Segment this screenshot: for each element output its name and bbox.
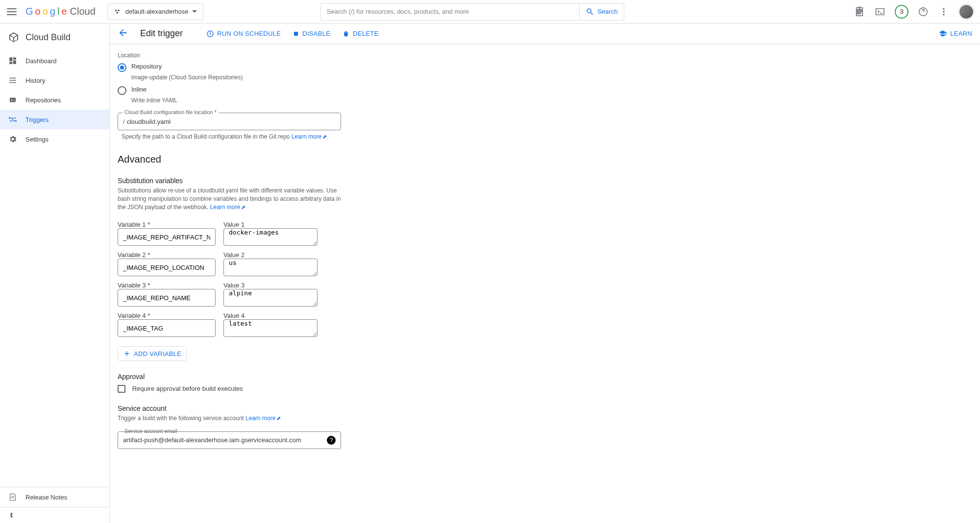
chevron-down-icon <box>192 10 197 13</box>
svg-point-2 <box>116 12 118 13</box>
release-notes-link[interactable]: Release Notes <box>0 487 109 507</box>
variable-value-label: Value 1 <box>223 221 318 228</box>
settings-icon <box>8 134 18 144</box>
variable-name-input[interactable] <box>118 228 216 246</box>
svg-point-6 <box>943 14 944 15</box>
svg-point-1 <box>118 9 119 11</box>
back-button[interactable] <box>118 27 128 40</box>
sidebar-item-settings[interactable]: Settings <box>0 129 109 149</box>
variable-name-label: Variable 3 * <box>118 282 216 289</box>
project-icon <box>114 8 122 16</box>
plus-icon <box>123 350 131 357</box>
search-input[interactable]: Search (/) for resources, docs, products… <box>320 3 580 21</box>
sidebar-item-history[interactable]: History <box>0 71 109 90</box>
trial-status-icon[interactable] <box>854 6 865 18</box>
approval-checkbox-label: Require approval before build executes <box>132 385 243 392</box>
variable-name-label: Variable 2 * <box>118 251 216 259</box>
variable-value-label: Value 2 <box>223 251 318 259</box>
substitution-variables-heading: Substitution variables <box>118 177 461 185</box>
variable-value-input[interactable]: alpine <box>223 289 318 307</box>
location-label: Location <box>118 52 461 59</box>
notifications-badge[interactable]: 3 <box>895 5 908 19</box>
variable-value-label: Value 3 <box>223 282 318 289</box>
service-account-description: Trigger a build with the following servi… <box>118 415 244 422</box>
search-icon <box>586 7 594 16</box>
schedule-icon <box>206 30 214 38</box>
inline-radio-sublabel: Write inline YAML <box>131 97 461 104</box>
subvars-learn-more-link[interactable]: Learn more⬈ <box>210 204 245 211</box>
repositories-icon <box>8 95 18 105</box>
release-notes-icon <box>8 492 18 502</box>
dashboard-icon <box>8 56 18 66</box>
svg-rect-9 <box>294 31 298 35</box>
chevron-left-icon <box>8 511 16 519</box>
config-helper-text: Specify the path to a Cloud Build config… <box>122 133 290 140</box>
stop-icon <box>293 30 299 37</box>
help-icon[interactable] <box>917 6 929 18</box>
external-link-icon: ⬈ <box>322 134 327 140</box>
variable-name-label: Variable 1 * <box>118 221 216 228</box>
learn-button[interactable]: LEARN <box>938 29 972 38</box>
external-link-icon: ⬈ <box>241 204 245 210</box>
sa-learn-more-link[interactable]: Learn more⬈ <box>245 415 281 422</box>
sa-help-icon[interactable]: ? <box>327 436 336 445</box>
variable-name-input[interactable] <box>118 259 216 276</box>
project-selector[interactable]: default-alexanderhose <box>107 3 204 20</box>
sidebar-item-dashboard[interactable]: Dashboard <box>0 51 109 71</box>
page-toolbar: Edit trigger RUN ON SCHEDULE DISABLE DEL… <box>110 24 980 44</box>
svg-point-4 <box>943 8 944 9</box>
global-header: Google Cloud default-alexanderhose Searc… <box>0 0 980 24</box>
variable-value-input[interactable]: us <box>223 259 318 276</box>
variable-value-input[interactable]: latest <box>223 319 318 337</box>
cloud-shell-icon[interactable] <box>874 6 886 18</box>
delete-button[interactable]: DELETE <box>342 30 378 38</box>
service-account-heading: Service account <box>118 404 461 412</box>
variable-value-input[interactable]: docker-images <box>223 228 318 246</box>
project-name: default-alexanderhose <box>125 8 189 15</box>
sidebar-item-triggers[interactable]: Triggers <box>0 110 109 129</box>
account-avatar[interactable] <box>958 4 974 20</box>
triggers-icon <box>8 115 18 124</box>
service-header: Cloud Build <box>0 24 109 51</box>
config-file-input[interactable]: / cloudbuild.yaml <box>118 113 341 130</box>
approval-heading: Approval <box>118 373 461 380</box>
more-icon[interactable] <box>938 6 950 18</box>
inline-radio-label: Inline <box>131 86 147 93</box>
learn-icon <box>938 29 947 38</box>
external-link-icon: ⬈ <box>276 415 281 421</box>
run-on-schedule-button[interactable]: RUN ON SCHEDULE <box>206 30 281 38</box>
disable-button[interactable]: DISABLE <box>293 30 330 37</box>
svg-point-0 <box>115 9 117 11</box>
variable-name-label: Variable 4 * <box>118 312 216 319</box>
variable-row: Variable 2 * Value 2 us <box>118 251 461 278</box>
form-content: Location Repository image-update (Cloud … <box>110 44 980 523</box>
collapse-sidebar-button[interactable] <box>0 507 109 523</box>
variable-row: Variable 3 * Value 3 alpine <box>118 282 461 308</box>
menu-icon[interactable] <box>6 6 18 18</box>
google-cloud-logo[interactable]: Google Cloud <box>25 6 96 17</box>
sa-email-input[interactable]: artifact-push@default-alexanderhose.iam.… <box>118 431 341 449</box>
history-icon <box>8 75 18 85</box>
cloud-build-icon <box>8 31 20 43</box>
variable-name-input[interactable] <box>118 319 216 337</box>
variable-value-label: Value 4 <box>223 312 318 319</box>
search-button[interactable]: Search <box>580 3 624 21</box>
repository-radio[interactable] <box>118 63 126 72</box>
repository-radio-label: Repository <box>131 63 162 70</box>
sidebar: Cloud Build Dashboard History Repositori… <box>0 24 110 523</box>
add-variable-button[interactable]: ADD VARIABLE <box>118 346 187 361</box>
sidebar-item-repositories[interactable]: Repositories <box>0 90 109 110</box>
page-title: Edit trigger <box>140 28 183 39</box>
config-file-label: Cloud Build configuration file location … <box>122 109 219 115</box>
delete-icon <box>342 30 350 38</box>
svg-point-5 <box>943 11 944 12</box>
approval-checkbox[interactable] <box>118 385 125 393</box>
variable-name-input[interactable] <box>118 289 216 307</box>
variable-row: Variable 4 * Value 4 latest <box>118 312 461 338</box>
advanced-heading: Advanced <box>118 154 461 165</box>
variable-row: Variable 1 * Value 1 docker-images <box>118 221 461 247</box>
repository-radio-sublabel: image-update (Cloud Source Repositories) <box>131 74 461 81</box>
inline-radio[interactable] <box>118 86 126 95</box>
config-learn-more-link[interactable]: Learn more⬈ <box>292 133 327 140</box>
